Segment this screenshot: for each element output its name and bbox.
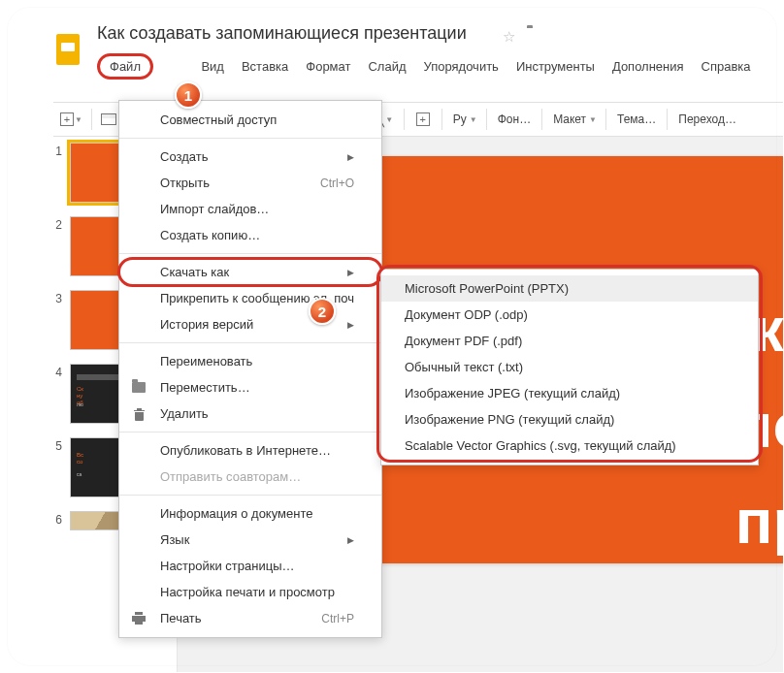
thumb-number: 5 xyxy=(37,437,70,453)
menu-publish[interactable]: Опубликовать в Интернете… xyxy=(119,437,381,464)
callout-1: 1 xyxy=(175,81,202,109)
menu-format[interactable]: Формат xyxy=(297,55,359,78)
layout-button[interactable]: Макет▼ xyxy=(548,107,600,132)
menu-file[interactable]: Файл xyxy=(97,53,153,80)
submenu-txt[interactable]: Обычный текст (.txt) xyxy=(381,354,758,380)
document-title[interactable]: Как создавать запоминающиеся презентации xyxy=(97,23,467,44)
ru-label: Ру xyxy=(451,112,469,126)
theme-label: Тема… xyxy=(615,112,658,126)
menu-download-as[interactable]: Скачать как▶ xyxy=(119,259,381,285)
menu-print-setup[interactable]: Настройка печати и просмотр xyxy=(119,579,381,605)
file-menu: Совместный доступ Создать▶ ОткрытьCtrl+O… xyxy=(118,100,382,638)
chevron-right-icon: ▶ xyxy=(347,152,354,162)
menu-move[interactable]: Переместить… xyxy=(119,374,381,401)
menu-help[interactable]: Справка xyxy=(693,55,760,78)
chevron-right-icon: ▶ xyxy=(347,268,354,277)
thumb-number: 1 xyxy=(37,143,70,158)
thumb-number: 6 xyxy=(37,511,70,527)
menu-open[interactable]: ОткрытьCtrl+O xyxy=(119,170,381,196)
app-logo[interactable] xyxy=(56,34,87,65)
fill-button[interactable]: + xyxy=(410,107,436,132)
layout-label: Макет xyxy=(551,112,588,126)
callout-2: 2 xyxy=(309,298,336,325)
submenu-png[interactable]: Изображение PNG (текущий слайд) xyxy=(381,406,758,433)
submenu-odp[interactable]: Документ ODP (.odp) xyxy=(381,302,758,328)
background-button[interactable]: Фон… xyxy=(493,107,536,132)
trash-icon xyxy=(131,406,147,422)
fill-icon: + xyxy=(416,112,430,126)
download-submenu: Microsoft PowerPoint (PPTX) Документ ODP… xyxy=(380,269,759,465)
menu-addons[interactable]: Дополнения xyxy=(604,55,693,78)
menu-view[interactable]: Вид xyxy=(192,55,233,78)
menu-copy[interactable]: Создать копию… xyxy=(119,222,381,248)
background-label: Фон… xyxy=(496,112,533,126)
menubar: Файл Ста Вид Вставка Формат Слайд Упоряд… xyxy=(97,53,760,80)
menu-delete[interactable]: Удалить xyxy=(119,401,381,427)
thumb-number: 3 xyxy=(37,290,70,305)
chevron-right-icon: ▶ xyxy=(347,320,354,330)
menu-tools[interactable]: Инструменты xyxy=(507,55,604,78)
thumb-number: 4 xyxy=(37,364,70,379)
menu-email-collaborators: Отправить соавторам… xyxy=(119,464,381,490)
menu-insert[interactable]: Вставка xyxy=(233,55,297,78)
slides-logo-icon xyxy=(56,34,80,65)
menu-new[interactable]: Создать▶ xyxy=(119,144,381,170)
menu-rename[interactable]: Переименовать xyxy=(119,348,381,374)
transition-button[interactable]: Переход… xyxy=(673,107,741,132)
ru-button[interactable]: Ру▼ xyxy=(448,107,480,132)
menu-language[interactable]: Язык▶ xyxy=(119,527,381,553)
submenu-pptx[interactable]: Microsoft PowerPoint (PPTX) xyxy=(381,275,758,302)
content-area: Как создавать запоминающиеся презентации… xyxy=(37,18,783,672)
menu-slide[interactable]: Слайд xyxy=(359,55,414,78)
menu-print[interactable]: ПечатьCtrl+P xyxy=(119,605,381,631)
plus-icon: + xyxy=(60,112,74,126)
menu-import[interactable]: Импорт слайдов… xyxy=(119,196,381,222)
star-icon[interactable]: ☆ xyxy=(503,28,515,46)
theme-button[interactable]: Тема… xyxy=(612,107,661,132)
folder-move-icon xyxy=(131,380,147,396)
menu-share[interactable]: Совместный доступ xyxy=(119,107,381,133)
title-icons: ☆ xyxy=(503,28,527,46)
thumb-number: 2 xyxy=(37,216,70,232)
new-slide-button[interactable]: +▼ xyxy=(57,107,85,132)
submenu-svg[interactable]: Scalable Vector Graphics (.svg, текущий … xyxy=(381,433,758,459)
menu-attach-email[interactable]: Прикрепить к сообщению эл. поч xyxy=(119,285,381,311)
slide-icon xyxy=(101,113,116,125)
printer-icon xyxy=(131,611,147,626)
menu-version-history[interactable]: История версий▶ xyxy=(119,311,381,337)
menu-doc-info[interactable]: Информация о документе xyxy=(119,500,381,527)
submenu-jpeg[interactable]: Изображение JPEG (текущий слайд) xyxy=(381,380,758,406)
submenu-pdf[interactable]: Документ PDF (.pdf) xyxy=(381,328,758,354)
app-frame: Как создавать запоминающиеся презентации… xyxy=(0,0,784,673)
menu-arrange[interactable]: Упорядочить xyxy=(415,55,507,78)
transition-label: Переход… xyxy=(676,112,738,126)
menu-page-setup[interactable]: Настройки страницы… xyxy=(119,553,381,579)
header: Как создавать запоминающиеся презентации… xyxy=(37,18,783,80)
chevron-right-icon: ▶ xyxy=(347,535,354,545)
